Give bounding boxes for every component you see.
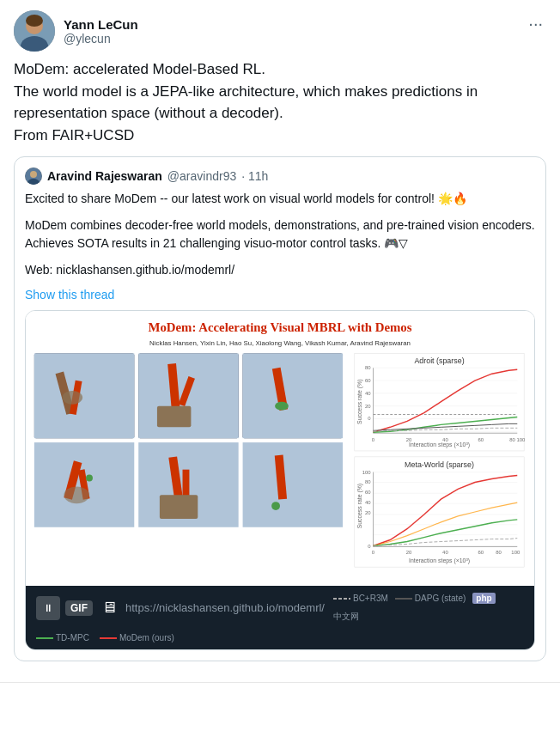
avatar xyxy=(14,10,55,52)
svg-text:Interaction steps (×10³): Interaction steps (×10³) xyxy=(409,557,470,564)
svg-text:Meta-World (sparse): Meta-World (sparse) xyxy=(405,460,474,469)
paper-image: MoDem: Accelerating Visual MBRL with Dem… xyxy=(26,311,534,586)
media-container: MoDem: Accelerating Visual MBRL with Dem… xyxy=(25,310,535,650)
quoted-author-name: Aravind Rajeswaran xyxy=(47,169,162,183)
svg-text:100: 100 xyxy=(362,470,372,475)
author-info: Yann LeCun @ylecun xyxy=(64,17,138,46)
svg-text:Success rate (%): Success rate (%) xyxy=(356,379,363,423)
svg-text:100: 100 xyxy=(511,550,520,555)
svg-point-28 xyxy=(86,475,93,482)
quoted-tweet[interactable]: Aravind Rajeswaran @aravindr93 · 11h Exc… xyxy=(14,156,546,661)
more-options-icon[interactable]: ··· xyxy=(525,10,546,37)
svg-text:20: 20 xyxy=(406,437,412,442)
svg-text:60: 60 xyxy=(478,437,484,442)
media-footer: ⏸ GIF 🖥 https://nicklashansen.github.io/… xyxy=(26,586,534,630)
media-legend: BC+R3M DAPG (state) php 中文网 xyxy=(333,593,524,623)
svg-rect-33 xyxy=(243,442,343,527)
quoted-text-2: MoDem combines decoder-free world models… xyxy=(25,216,535,253)
monitor-icon: 🖥 xyxy=(101,599,117,617)
quoted-avatar xyxy=(25,167,42,185)
svg-text:20: 20 xyxy=(365,510,371,515)
svg-point-23 xyxy=(275,402,289,411)
tweet-author: Yann LeCun @ylecun xyxy=(14,10,138,52)
show-thread-link[interactable]: Show this thread xyxy=(25,288,535,301)
svg-text:20: 20 xyxy=(365,404,371,409)
pause-icon: ⏸ xyxy=(43,602,53,614)
tweet-container: Yann LeCun @ylecun ··· MoDem: accelerate… xyxy=(0,0,560,683)
svg-text:Success rate (%): Success rate (%) xyxy=(356,484,363,528)
legend-tdmpc: TD-MPC xyxy=(36,633,89,642)
media-controls: ⏸ GIF xyxy=(36,596,93,620)
svg-text:80: 80 xyxy=(365,479,371,484)
svg-text:60: 60 xyxy=(365,490,371,495)
svg-text:Adroit (sparse): Adroit (sparse) xyxy=(414,356,464,365)
svg-text:40: 40 xyxy=(442,550,448,555)
tweet-header: Yann LeCun @ylecun ··· xyxy=(14,10,546,52)
author-name: Yann LeCun xyxy=(64,17,138,32)
web-link: Web: nicklashansen.github.io/modemrl/ xyxy=(25,261,535,279)
svg-text:80: 80 xyxy=(365,365,371,370)
gif-badge: GIF xyxy=(65,600,93,616)
legend-dapg: DAPG (state) xyxy=(395,594,466,603)
svg-text:40: 40 xyxy=(442,437,448,442)
svg-point-35 xyxy=(271,502,280,510)
svg-rect-21 xyxy=(243,353,343,438)
svg-point-16 xyxy=(62,391,82,405)
svg-text:40: 40 xyxy=(365,391,371,396)
svg-text:20: 20 xyxy=(406,550,412,555)
quoted-header: Aravind Rajeswaran @aravindr93 · 11h xyxy=(25,167,535,185)
svg-point-5 xyxy=(30,171,37,178)
svg-point-3 xyxy=(26,15,43,27)
svg-text:60: 60 xyxy=(365,378,371,383)
svg-text:80: 80 xyxy=(496,550,502,555)
legend-modem: MoDem (ours) xyxy=(100,633,174,642)
legend-row-2: TD-MPC MoDem (ours) xyxy=(26,630,534,649)
svg-text:60: 60 xyxy=(478,550,484,555)
svg-text:40: 40 xyxy=(365,500,371,505)
tweet-text: MoDem: accelerated Model-Based RL. The w… xyxy=(14,58,546,146)
svg-text:MoDem:  Accelerating Visual MB: MoDem: Accelerating Visual MBRL with Dem… xyxy=(148,320,411,334)
svg-rect-32 xyxy=(160,495,198,519)
quoted-author-handle: @aravindr93 xyxy=(167,169,236,183)
svg-text:Interaction steps (×10³): Interaction steps (×10³) xyxy=(409,441,470,448)
php-badge: php xyxy=(472,593,495,604)
extra-label: 中文网 xyxy=(333,611,359,623)
svg-point-27 xyxy=(64,486,89,503)
legend-bc-r3m: BC+R3M xyxy=(333,594,388,603)
author-handle: @ylecun xyxy=(64,32,138,46)
svg-text:80 100: 80 100 xyxy=(509,437,526,442)
pause-button[interactable]: ⏸ xyxy=(36,596,60,620)
media-url: https://nicklashansen.github.io/modemrl/ xyxy=(125,601,325,614)
quoted-time: · 11h xyxy=(241,169,268,183)
svg-rect-13 xyxy=(34,353,134,438)
svg-text:Nicklas Hansen, Yixin Lin,  Ha: Nicklas Hansen, Yixin Lin, Hao Su, Xiaol… xyxy=(149,339,411,347)
svg-rect-20 xyxy=(157,406,191,428)
quoted-text-1: Excited to share MoDem -- our latest wor… xyxy=(25,190,535,208)
